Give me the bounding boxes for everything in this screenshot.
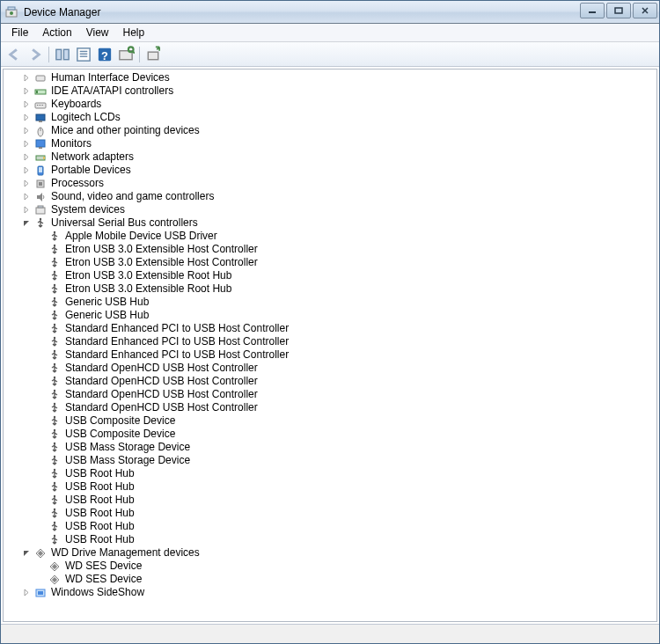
menu-help[interactable]: Help <box>116 25 152 40</box>
tree-category[interactable]: Windows SideShow <box>4 586 656 599</box>
scan-hardware-button[interactable] <box>116 45 136 64</box>
keyboard-icon <box>33 98 48 112</box>
tree-device[interactable]: Etron USB 3.0 Extensible Root Hub <box>4 282 656 296</box>
menubar: File Action View Help <box>1 24 659 42</box>
usb-dev-icon <box>48 269 62 283</box>
minimize-button[interactable] <box>580 3 605 18</box>
toolbar: ? <box>1 42 659 67</box>
mouse-icon <box>33 124 48 138</box>
expander-closed-icon[interactable] <box>19 137 33 150</box>
menu-view[interactable]: View <box>79 25 116 40</box>
usb-dev-icon <box>48 335 62 349</box>
tree-device[interactable]: Etron USB 3.0 Extensible Root Hub <box>4 269 656 282</box>
tree-category[interactable]: Network adapters <box>4 150 656 164</box>
category-label: IDE ATA/ATAPI controllers <box>51 84 173 98</box>
expander-closed-icon[interactable] <box>19 71 33 84</box>
svg-point-45 <box>54 310 55 311</box>
usb-dev-icon <box>48 362 62 376</box>
expander-closed-icon[interactable] <box>19 190 33 203</box>
expander-closed-icon[interactable] <box>19 586 33 599</box>
expander-open-icon[interactable] <box>19 216 33 230</box>
expander-closed-icon[interactable] <box>19 203 33 216</box>
tree-device[interactable]: Generic USB Hub <box>4 296 656 309</box>
tree-category[interactable]: Portable Devices <box>4 164 656 177</box>
tree-device[interactable]: USB Root Hub <box>4 494 656 507</box>
maximize-button[interactable] <box>606 3 631 18</box>
tree-device[interactable]: Etron USB 3.0 Extensible Host Controller <box>4 243 656 256</box>
expander-closed-icon[interactable] <box>19 111 33 124</box>
tree-category[interactable]: IDE ATA/ATAPI controllers <box>4 84 656 98</box>
usb-dev-icon <box>48 401 62 415</box>
device-label: Generic USB Hub <box>65 309 149 322</box>
svg-rect-5 <box>56 49 62 59</box>
expander-closed-icon[interactable] <box>19 177 33 190</box>
tree-device[interactable]: USB Root Hub <box>4 467 656 480</box>
properties-button[interactable] <box>74 45 93 64</box>
expander-closed-icon[interactable] <box>19 164 33 177</box>
tree-device[interactable]: Standard OpenHCD USB Host Controller <box>4 362 656 375</box>
update-driver-button[interactable] <box>143 45 163 64</box>
app-icon <box>4 5 18 19</box>
menu-action[interactable]: Action <box>35 25 78 40</box>
tree-device[interactable]: USB Root Hub <box>4 507 656 520</box>
tree-device[interactable]: Apple Mobile Device USB Driver <box>4 230 656 243</box>
tree-device[interactable]: Standard Enhanced PCI to USB Host Contro… <box>4 322 656 335</box>
forward-button[interactable] <box>26 45 45 64</box>
tree-device[interactable]: Standard OpenHCD USB Host Controller <box>4 388 656 401</box>
usb-dev-icon <box>48 309 62 323</box>
processor-icon <box>33 177 48 191</box>
tree-device[interactable]: WD SES Device <box>4 573 656 586</box>
tree-device[interactable]: Standard Enhanced PCI to USB Host Contro… <box>4 348 656 362</box>
show-hide-console-button[interactable] <box>53 45 72 64</box>
expander-closed-icon[interactable] <box>19 84 33 98</box>
svg-point-49 <box>54 362 55 364</box>
tree-device[interactable]: USB Mass Storage Device <box>4 454 656 467</box>
usb-dev-icon <box>48 467 62 481</box>
tree-device[interactable]: Standard OpenHCD USB Host Controller <box>4 401 656 414</box>
tree-category[interactable]: WD Drive Management devices <box>4 546 656 560</box>
tree-device[interactable]: USB Mass Storage Device <box>4 441 656 454</box>
tree-category[interactable]: Sound, video and game controllers <box>4 190 656 203</box>
svg-rect-20 <box>37 105 38 106</box>
tree-device[interactable]: USB Root Hub <box>4 533 656 546</box>
tree-device[interactable]: Standard Enhanced PCI to USB Host Contro… <box>4 335 656 348</box>
tree-device[interactable]: Generic USB Hub <box>4 309 656 322</box>
tree-device[interactable]: Etron USB 3.0 Extensible Host Controller <box>4 256 656 269</box>
tree-device[interactable]: WD SES Device <box>4 560 656 573</box>
tree-category[interactable]: System devices <box>4 203 656 216</box>
category-label: Network adapters <box>51 150 134 164</box>
close-button[interactable] <box>633 3 657 18</box>
expander-closed-icon[interactable] <box>19 124 33 137</box>
expander-closed-icon[interactable] <box>19 98 33 111</box>
device-label: USB Root Hub <box>65 480 135 494</box>
tree-category[interactable]: Logitech LCDs <box>4 111 656 124</box>
device-tree[interactable]: Human Interface DevicesIDE ATA/ATAPI con… <box>3 69 657 622</box>
svg-point-62 <box>54 534 55 536</box>
tree-category[interactable]: Universal Serial Bus controllers <box>4 216 656 230</box>
expander-closed-icon[interactable] <box>19 150 33 164</box>
menu-file[interactable]: File <box>4 25 35 40</box>
tree-category[interactable]: Monitors <box>4 137 656 150</box>
svg-rect-25 <box>39 121 42 122</box>
tree-device[interactable]: USB Composite Device <box>4 414 656 428</box>
help-button[interactable]: ? <box>95 45 114 64</box>
tree-device[interactable]: USB Composite Device <box>4 428 656 441</box>
tree-category[interactable]: Mice and other pointing devices <box>4 124 656 137</box>
device-label: USB Composite Device <box>65 428 175 441</box>
category-label: Portable Devices <box>51 164 131 177</box>
tree-device[interactable]: USB Root Hub <box>4 520 656 533</box>
tree-category[interactable]: Keyboards <box>4 98 656 111</box>
usb-icon <box>33 216 48 231</box>
tree-category[interactable]: Processors <box>4 177 656 190</box>
usb-dev-icon <box>48 348 62 362</box>
back-button[interactable] <box>4 45 24 64</box>
tree-device[interactable]: Standard OpenHCD USB Host Controller <box>4 375 656 388</box>
window-controls <box>578 3 657 18</box>
device-label: USB Composite Device <box>65 414 175 428</box>
tree-device[interactable]: USB Root Hub <box>4 480 656 494</box>
tree-category[interactable]: Human Interface Devices <box>4 71 656 84</box>
svg-point-38 <box>40 217 41 219</box>
expander-open-icon[interactable] <box>19 546 33 560</box>
device-label: Standard Enhanced PCI to USB Host Contro… <box>65 322 289 335</box>
portable-icon <box>33 164 48 178</box>
